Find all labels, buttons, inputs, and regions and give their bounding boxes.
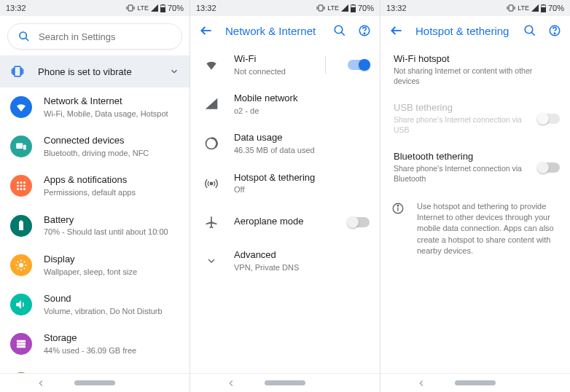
vibrate-label: Phone is set to vibrate [38,66,156,77]
nav-back-icon[interactable] [416,378,426,388]
item-title: Sound [44,293,179,305]
sidebar-item-display[interactable]: DisplayWallpaper, sleep, font size [0,246,190,285]
item-sub: Off [234,184,370,195]
svg-rect-6 [162,4,164,5]
svg-marker-58 [531,4,539,12]
sidebar-item-battery[interactable]: Battery70% - Should last until about 10:… [0,206,190,246]
status-bar: 13:32 LTE 70% [0,0,190,16]
devices-icon [15,140,28,153]
hotspot-tethering-screen: 13:32 LTE 70% Hotspot & tethering Wi-Fi … [380,0,570,392]
sidebar-item-apps[interactable]: Apps & notificationsPermissions, default… [0,166,190,205]
svg-rect-0 [128,5,133,11]
nav-home-pill[interactable] [455,380,496,385]
nav-bar [190,373,380,392]
item-title: Battery [44,214,179,227]
status-time: 13:32 [386,4,407,12]
back-arrow-icon[interactable] [199,23,214,38]
signal-icon [341,4,348,12]
airplane-toggle[interactable] [348,217,370,227]
status-lte: LTE [327,4,339,12]
svg-rect-60 [541,7,546,12]
svg-rect-26 [20,220,23,222]
item-sub: Share phone's Internet connection via Bl… [394,164,526,184]
search-icon[interactable] [523,24,536,37]
wifi-toggle[interactable] [348,60,370,70]
page-title: Network & Internet [225,25,321,37]
brightness-icon [15,259,28,272]
svg-point-19 [17,185,19,187]
item-title: Mobile network [234,93,370,105]
item-title: Wi-Fi hotspot [394,53,560,66]
usb-tethering-item: USB tetheringShare phone's Internet conn… [380,94,570,143]
search-icon[interactable] [333,24,346,37]
sidebar-item-storage[interactable]: Storage44% used - 36.09 GB free [0,324,190,364]
item-sub: Volume, vibration, Do Not Disturb [44,306,179,316]
nav-home-pill[interactable] [265,380,305,385]
airplane-item[interactable]: Aeroplane mode [190,203,380,241]
svg-marker-3 [151,4,158,12]
svg-line-64 [531,32,535,36]
item-title: Storage [44,332,179,345]
item-sub: 44% used - 36.09 GB free [44,345,179,356]
svg-point-48 [335,26,343,34]
svg-point-20 [20,185,23,187]
svg-rect-46 [352,4,354,5]
svg-rect-38 [17,343,26,345]
bluetooth-tethering-toggle[interactable] [538,162,560,173]
svg-rect-37 [17,340,26,342]
item-sub: 46.35 MB of data used [234,145,370,155]
sidebar-item-network[interactable]: Network & InternetWi-Fi, Mobile, Data us… [0,87,190,127]
svg-point-63 [525,26,533,34]
svg-point-69 [397,205,399,206]
vibrate-icon [10,64,25,79]
sidebar-item-connected[interactable]: Connected devicesBluetooth, driving mode… [0,127,190,166]
battery-icon [351,4,356,12]
search-input[interactable] [39,31,171,42]
svg-point-23 [20,188,23,190]
item-sub: o2 - de [234,106,370,116]
sidebar-item-sound[interactable]: SoundVolume, vibration, Do Not Disturb [0,285,190,324]
svg-point-21 [23,185,26,187]
mobile-network-item[interactable]: Mobile networko2 - de [190,85,380,124]
nav-back-icon[interactable] [226,378,236,388]
data-usage-icon [204,136,219,151]
info-icon [391,202,405,215]
svg-rect-14 [16,144,23,149]
hotspot-icon [204,176,219,191]
help-icon[interactable] [548,24,561,37]
sidebar-item-security[interactable]: Security & locationPlay Protect, screen … [0,364,190,373]
wifi-hotspot-item[interactable]: Wi-Fi hotspotNot sharing Internet or con… [380,45,570,94]
help-icon[interactable] [358,24,371,37]
svg-rect-25 [19,222,23,230]
item-title: Advanced [234,249,370,262]
status-bar: 13:32 LTE 70% [380,0,570,16]
back-arrow-icon[interactable] [389,23,404,38]
svg-line-32 [17,262,19,263]
wifi-icon [204,58,219,72]
vibrate-banner[interactable]: Phone is set to vibrate [0,55,190,87]
status-time: 13:32 [6,4,26,12]
page-title: Hotspot & tethering [415,25,512,37]
battery-icon-item [15,219,28,232]
item-title: Hotspot & tethering [234,172,370,184]
advanced-item[interactable]: AdvancedVPN, Private DNS [190,241,380,281]
svg-rect-15 [23,145,26,150]
bluetooth-tethering-item[interactable]: Bluetooth tetheringShare phone's Interne… [380,143,570,192]
data-usage-item[interactable]: Data usage46.35 MB of data used [190,124,380,163]
svg-point-66 [554,33,555,34]
vibrate-status-icon [126,4,135,12]
hotspot-item[interactable]: Hotspot & tetheringOff [190,164,380,203]
item-sub: Wallpaper, sleep, font size [44,267,179,277]
svg-point-51 [364,33,365,34]
settings-main-screen: 13:32 LTE 70% Phone is set to vibrate Ne… [0,0,190,392]
search-settings[interactable] [7,23,182,50]
nav-back-icon[interactable] [36,378,46,388]
nav-home-pill[interactable] [74,380,115,385]
wifi-item[interactable]: Wi-FiNot connected [190,45,380,85]
svg-point-18 [23,181,26,184]
nav-bar [380,373,570,392]
status-battery: 70% [358,4,374,12]
battery-icon [160,4,165,12]
item-title: Apps & notifications [44,174,179,187]
status-battery: 70% [168,4,184,12]
